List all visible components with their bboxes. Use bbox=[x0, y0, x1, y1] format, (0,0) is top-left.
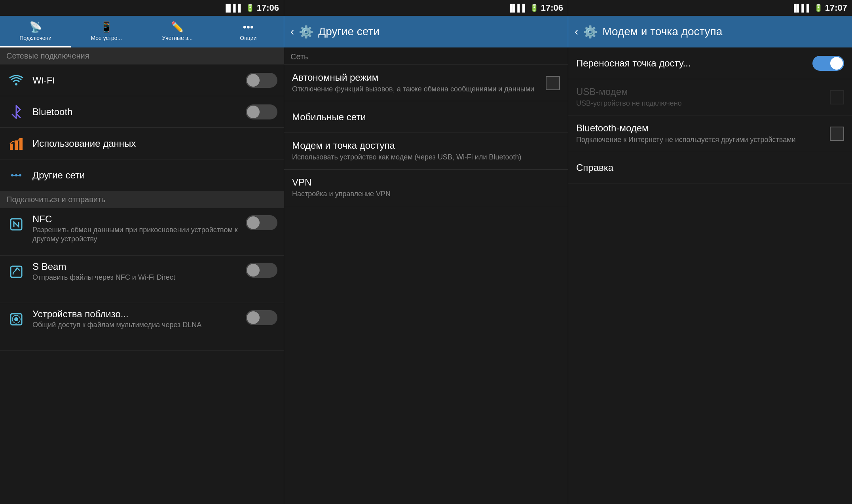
status-bar-2: ▐▌▌▌ 🔋 17:06 bbox=[284, 0, 568, 16]
usbmodem-subtitle: USB-устройство не подключено bbox=[576, 99, 825, 108]
signal-icon-3: ▐▌▌▌ bbox=[791, 4, 812, 12]
vpn-item[interactable]: VPN Настройка и управление VPN bbox=[284, 170, 568, 206]
battery-icon-3: 🔋 bbox=[814, 4, 823, 12]
status-bar-3: ▐▌▌▌ 🔋 17:07 bbox=[568, 0, 852, 16]
bluetooth-toggle[interactable] bbox=[246, 104, 277, 119]
nearby-item[interactable]: Устройства поблизо... Общий доступ к фай… bbox=[0, 303, 284, 351]
othernets-title: Другие сети bbox=[32, 170, 277, 181]
vpn-title: VPN bbox=[292, 177, 560, 188]
svg-point-6 bbox=[19, 174, 21, 176]
svg-rect-3 bbox=[19, 138, 23, 150]
tab-mydevice-icon: 📱 bbox=[100, 21, 113, 33]
tab-mydevice[interactable]: 📱 Мое устро... bbox=[71, 16, 142, 47]
datausage-text: Использование данных bbox=[32, 138, 277, 149]
bluetooth-toggle-knob bbox=[247, 106, 260, 118]
sbeam-text: S Beam Отправить файлы через NFC и Wi-Fi… bbox=[32, 261, 246, 282]
hotspot-toggle-knob bbox=[830, 57, 843, 70]
svg-point-4 bbox=[15, 174, 17, 176]
status-bar-1: ▐▌▌▌ 🔋 17:06 bbox=[0, 0, 284, 16]
vpn-subtitle: Настройка и управление VPN bbox=[292, 189, 560, 199]
time-2: 17:06 bbox=[541, 3, 563, 13]
usbmodem-item[interactable]: USB-модем USB-устройство не подключено bbox=[568, 79, 852, 116]
wifi-toggle-knob bbox=[247, 74, 260, 87]
bluetooth-item[interactable]: Bluetooth bbox=[0, 96, 284, 128]
svg-point-5 bbox=[11, 174, 13, 176]
tethering-title: Модем и точка доступа bbox=[292, 140, 560, 151]
back-button-2[interactable]: ‹ bbox=[290, 25, 294, 38]
panel2-title: Другие сети bbox=[318, 25, 380, 38]
btmodem-item[interactable]: Bluetooth-модем Подключение к Интернету … bbox=[568, 116, 852, 152]
airplane-checkbox[interactable] bbox=[546, 76, 560, 90]
settings-icon-2: ⚙️ bbox=[299, 25, 313, 39]
panel3-header: ‹ ⚙️ Модем и точка доступа bbox=[568, 16, 852, 47]
svg-rect-1 bbox=[10, 144, 13, 150]
network-label-2: Сеть bbox=[284, 47, 568, 65]
nfc-toggle-knob bbox=[247, 216, 260, 229]
othernets-text: Другие сети bbox=[32, 170, 277, 181]
sbeam-title: S Beam bbox=[32, 261, 246, 272]
btmodem-title: Bluetooth-модем bbox=[576, 123, 825, 134]
sbeam-toggle-knob bbox=[247, 264, 260, 277]
wifi-item[interactable]: Wi-Fi bbox=[0, 64, 284, 96]
hotspot-toggle[interactable] bbox=[812, 56, 844, 71]
airplane-mode-item[interactable]: Автономный режим Отключение функций вызо… bbox=[284, 65, 568, 101]
nfc-item[interactable]: NFC Разрешить обмен данными при прикосно… bbox=[0, 208, 284, 256]
othernets-icon bbox=[6, 165, 26, 185]
sbeam-toggle[interactable] bbox=[246, 263, 277, 278]
airplane-text: Автономный режим Отключение функций вызо… bbox=[292, 72, 541, 94]
nearby-toggle[interactable] bbox=[246, 310, 277, 325]
datausage-icon bbox=[6, 134, 26, 153]
settings-icon-3: ⚙️ bbox=[583, 25, 598, 39]
signal-icon-1: ▐▌▌▌ bbox=[223, 4, 243, 12]
tab-options[interactable]: ••• Опции bbox=[213, 16, 284, 47]
nearby-toggle-knob bbox=[247, 311, 260, 324]
tab-connections[interactable]: 📡 Подключени bbox=[0, 16, 71, 47]
tab-options-label: Опции bbox=[240, 35, 256, 41]
tab-accounts[interactable]: ✏️ Учетные з... bbox=[142, 16, 213, 47]
bluetooth-icon bbox=[6, 102, 26, 122]
hotspot-title: Переносная точка досту... bbox=[576, 58, 808, 69]
wifi-toggle[interactable] bbox=[246, 73, 277, 88]
nearby-subtitle: Общий доступ к файлам мультимедиа через … bbox=[32, 320, 246, 330]
battery-icon-2: 🔋 bbox=[530, 4, 539, 12]
datausage-item[interactable]: Использование данных bbox=[0, 128, 284, 159]
tab-options-icon: ••• bbox=[243, 21, 254, 33]
bluetooth-text: Bluetooth bbox=[32, 106, 246, 117]
wifi-text: Wi-Fi bbox=[32, 75, 246, 86]
tab-connections-icon: 📡 bbox=[29, 21, 42, 33]
nfc-title: NFC bbox=[32, 214, 246, 225]
panel3-title: Модем и точка доступа bbox=[602, 25, 722, 38]
nearby-icon bbox=[6, 309, 26, 329]
battery-icon-1: 🔋 bbox=[246, 4, 254, 12]
usbmodem-checkbox[interactable] bbox=[830, 90, 844, 104]
signal-icon-2: ▐▌▌▌ bbox=[507, 4, 528, 12]
svg-point-0 bbox=[15, 83, 17, 85]
othernets-item[interactable]: Другие сети bbox=[0, 159, 284, 191]
back-button-3[interactable]: ‹ bbox=[575, 25, 578, 38]
tethering-text: Модем и точка доступа Использовать устро… bbox=[292, 140, 560, 162]
hotspot-text: Переносная точка досту... bbox=[576, 58, 808, 69]
mobile-text: Мобильные сети bbox=[292, 112, 560, 123]
tethering-item[interactable]: Модем и точка доступа Использовать устро… bbox=[284, 133, 568, 169]
panel-connections: ▐▌▌▌ 🔋 17:06 📡 Подключени 📱 Мое устро...… bbox=[0, 0, 284, 504]
panel2-header: ‹ ⚙️ Другие сети bbox=[284, 16, 568, 47]
nfc-toggle[interactable] bbox=[246, 215, 277, 230]
sbeam-icon bbox=[6, 262, 26, 282]
wifi-title: Wi-Fi bbox=[32, 75, 246, 86]
tab-accounts-icon: ✏️ bbox=[171, 21, 184, 33]
svg-point-12 bbox=[14, 317, 18, 321]
usbmodem-text: USB-модем USB-устройство не подключено bbox=[576, 86, 825, 108]
help-item[interactable]: Справка bbox=[568, 152, 852, 184]
time-3: 17:07 bbox=[825, 3, 847, 13]
tab-mydevice-label: Мое устро... bbox=[91, 35, 122, 41]
nearby-text: Устройства поблизо... Общий доступ к фай… bbox=[32, 309, 246, 330]
hotspot-item[interactable]: Переносная точка досту... bbox=[568, 47, 852, 79]
panel-tethering: ▐▌▌▌ 🔋 17:07 ‹ ⚙️ Модем и точка доступа … bbox=[568, 0, 852, 504]
nearby-title: Устройства поблизо... bbox=[32, 309, 246, 320]
help-text: Справка bbox=[576, 162, 844, 173]
btmodem-checkbox[interactable] bbox=[830, 127, 844, 141]
tab-connections-label: Подключени bbox=[19, 35, 51, 41]
mobile-networks-item[interactable]: Мобильные сети bbox=[284, 101, 568, 133]
sbeam-item[interactable]: S Beam Отправить файлы через NFC и Wi-Fi… bbox=[0, 256, 284, 303]
nfc-subtitle: Разрешить обмен данными при прикосновени… bbox=[32, 225, 246, 244]
